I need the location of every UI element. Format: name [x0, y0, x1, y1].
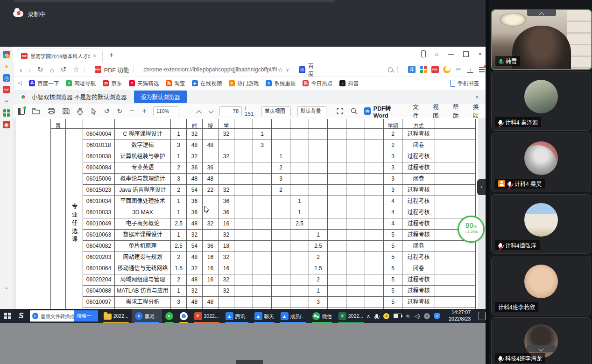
download-progress-badge[interactable]: 80% ↓ 3.2K/s: [458, 216, 485, 243]
collapse-up-button[interactable]: [527, 9, 556, 16]
weibo-icon[interactable]: ◉: [3, 121, 10, 128]
open-file-icon[interactable]: [32, 108, 40, 114]
tray-network-icon[interactable]: ≋: [406, 309, 410, 323]
browser-logo-icon[interactable]: e: [3, 51, 10, 58]
favorite-star-icon[interactable]: ☆: [277, 66, 283, 73]
translate-icon[interactable]: 译: [408, 66, 416, 73]
taskbar-app-wechat[interactable]: 微信: [309, 309, 335, 323]
taskbar-app-meet[interactable]: ▲成员(...: [277, 309, 309, 323]
taskbar-clock[interactable]: 14:27:072022/8/23: [449, 309, 471, 322]
select-cursor-icon[interactable]: [91, 108, 97, 115]
fullscreen-icon[interactable]: [337, 108, 343, 114]
page-down-chevron-icon[interactable]: [209, 107, 213, 115]
bookmark-item[interactable]: ♪抖音: [339, 79, 359, 87]
bookmark-item[interactable]: 热今日热点: [303, 79, 332, 87]
search-engine-label[interactable]: 百度: [308, 62, 318, 77]
pdf-extension-icon[interactable]: PDF: [431, 66, 439, 73]
reload-icon[interactable]: ↻: [37, 65, 43, 74]
taskbar-search-box[interactable]: e音频文件转换成...搜索一下: [30, 310, 98, 322]
word-badge-icon[interactable]: W: [364, 107, 370, 115]
participant-tile[interactable]: 科技4班李海龙: [491, 317, 591, 364]
notification-center-icon[interactable]: [479, 312, 486, 320]
participant-tile[interactable]: 韩雪: [491, 9, 592, 70]
address-url[interactable]: chrome-extension://ibllepbpahcoppkjjllba…: [143, 66, 277, 73]
screenshot-scissors-icon[interactable]: ✂: [3, 98, 10, 105]
zoom-in-icon[interactable]: +: [142, 106, 147, 116]
maximize-icon[interactable]: [463, 51, 469, 57]
sidebar-panel-icon[interactable]: [18, 108, 25, 115]
taskbar-app-eblue[interactable]: e黑河...: [132, 309, 162, 323]
view-mode-select[interactable]: 单页视图: [261, 106, 291, 116]
rotate-cw-icon[interactable]: ↻: [117, 107, 122, 115]
participant-tile[interactable]: 计科4班李若欣: [491, 256, 591, 315]
tray-battery-icon[interactable]: [394, 314, 402, 318]
download-icon[interactable]: ↓: [466, 66, 474, 73]
skin-home-icon[interactable]: ⌂: [435, 50, 439, 57]
browser-tab[interactable]: PDF 黑河学院2018版本科人才培养方 ×: [17, 49, 103, 63]
pdf-tool-icon[interactable]: PDF: [3, 86, 10, 93]
taskbar-app-egreen[interactable]: e: [162, 309, 176, 323]
apps-grid-icon[interactable]: [3, 109, 10, 117]
page-number-input[interactable]: 78: [219, 106, 242, 116]
assistant-app-icon[interactable]: S: [14, 312, 28, 320]
bookmark-star-icon[interactable]: ☆: [73, 65, 79, 74]
set-default-browser-button[interactable]: 设为默认浏览器: [134, 91, 186, 103]
menu-view[interactable]: 视图: [433, 102, 441, 120]
minimize-icon[interactable]: —: [448, 50, 454, 57]
menu-help[interactable]: 帮助: [453, 102, 461, 120]
search-icon[interactable]: [388, 67, 393, 72]
notice-close-icon[interactable]: ×: [475, 93, 479, 101]
taskbar-app-meet[interactable]: ▲聊天: [251, 309, 277, 323]
taskbar-app-excel[interactable]: X2022...: [335, 309, 366, 323]
tray-close-circle-icon[interactable]: ×: [424, 313, 430, 319]
menu-file[interactable]: 文件: [413, 102, 421, 120]
menu-skin[interactable]: 换肤: [473, 102, 481, 120]
bookmarks-collapse-icon[interactable]: <|: [18, 80, 22, 86]
background-select[interactable]: 默认背景: [297, 106, 327, 116]
collapse-panel-button[interactable]: ›: [477, 179, 486, 195]
scissors-icon[interactable]: ✂: [455, 66, 462, 73]
pdf-fn-label[interactable]: PDF 功能: [104, 65, 129, 74]
history-clock-icon[interactable]: ◷: [3, 74, 10, 82]
page-up-chevron-icon[interactable]: [197, 107, 201, 115]
participant-tile[interactable]: 计科4 秦泽源: [491, 71, 591, 131]
taskbar-app-chrome[interactable]: [176, 309, 191, 323]
new-tab-button[interactable]: +: [109, 51, 113, 59]
print-icon[interactable]: [48, 108, 55, 114]
taskbar-app-ppt[interactable]: P2022...: [191, 309, 222, 323]
mobile-sync-icon[interactable]: [421, 50, 426, 57]
dropdown-caret-icon[interactable]: ∨: [286, 67, 289, 72]
participant-tile[interactable]: 计科4 梁昊: [491, 133, 591, 192]
baidu-icon[interactable]: 图: [299, 66, 305, 73]
tab-close-icon[interactable]: ×: [93, 53, 96, 59]
taskbar-app-meet[interactable]: ▲腾讯..: [222, 309, 251, 323]
tray-volume-icon[interactable]: ◁): [414, 309, 420, 323]
bookmark-item[interactable]: ✦网址导航: [66, 79, 96, 87]
participant-tile[interactable]: 计科4谭弘洋: [491, 194, 591, 254]
back-icon[interactable]: ‹: [20, 66, 22, 74]
night-mode-moon-icon[interactable]: [443, 66, 451, 73]
bookmark-item[interactable]: P热门游戏: [229, 79, 259, 87]
taskbar-app-folder[interactable]: 2022...: [100, 309, 132, 323]
taskbar-search-button[interactable]: 搜索一下: [74, 310, 98, 322]
hand-tool-icon[interactable]: [77, 108, 84, 115]
pdf-content-area[interactable]: 置时授学学期方式专业任选课06040004C 程序课程设计1323212过程考核…: [13, 118, 486, 309]
zoom-level-input[interactable]: 110%: [153, 106, 178, 116]
favorites-star-icon[interactable]: ★: [3, 63, 10, 70]
search-document-icon[interactable]: [351, 108, 358, 115]
forward-icon[interactable]: ›: [28, 66, 31, 74]
tray-plus-circle-icon[interactable]: +: [383, 313, 389, 319]
menu-icon[interactable]: [478, 66, 486, 73]
apps-grid-icon[interactable]: [420, 66, 427, 73]
save-icon[interactable]: [63, 108, 70, 114]
add-plus-icon[interactable]: +: [3, 284, 10, 292]
bookmark-item[interactable]: ↻系统重装: [266, 79, 296, 87]
home-icon[interactable]: ⌂: [50, 66, 54, 74]
bookmark-item[interactable]: 淘淘宝: [166, 79, 185, 87]
bookmark-item[interactable]: JD京东: [103, 79, 122, 87]
bookmark-item[interactable]: T天猫精选: [129, 79, 159, 87]
undo-history-icon[interactable]: ↺: [61, 65, 67, 74]
pdf-extension-badge[interactable]: PDF: [95, 66, 101, 73]
start-button[interactable]: [0, 309, 14, 323]
rotate-ccw-icon[interactable]: ↺: [104, 107, 110, 115]
